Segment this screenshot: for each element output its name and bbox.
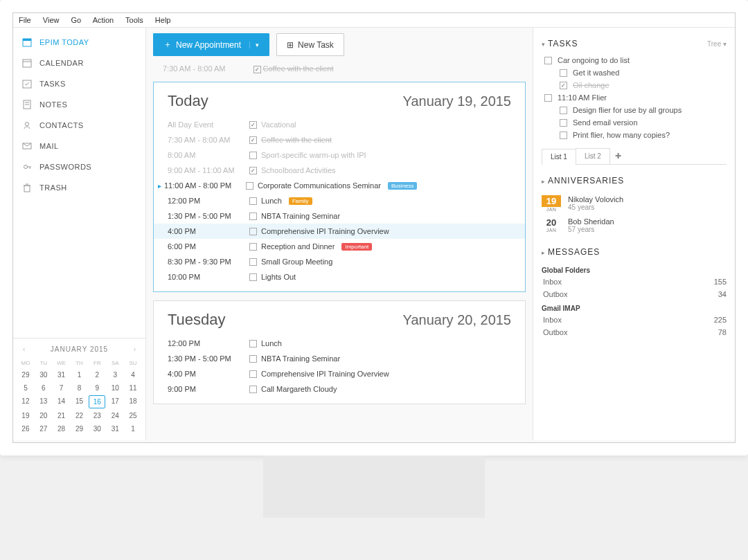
checkbox[interactable] <box>249 386 257 393</box>
agenda-row[interactable]: 8:30 PM - 9:30 PM Small Group Meeting <box>154 254 525 269</box>
calendar-day[interactable]: 15 <box>71 395 88 408</box>
calendar-day[interactable]: 28 <box>53 423 70 435</box>
calendar-day[interactable]: 17 <box>107 395 123 408</box>
calendar-day[interactable]: 30 <box>35 369 52 381</box>
agenda-row[interactable]: 9:00 PM Call Margareth Cloudy <box>154 381 525 397</box>
calendar-day[interactable]: 13 <box>35 395 52 408</box>
task-item[interactable]: Print flier, how many copies? <box>542 129 732 141</box>
nav-contacts[interactable]: CONTACTS <box>13 115 145 136</box>
calendar-day[interactable]: 25 <box>125 410 141 422</box>
nav-tasks[interactable]: TASKS <box>13 73 145 94</box>
calendar-day[interactable]: 7 <box>53 382 70 394</box>
collapse-icon[interactable]: ▸ <box>542 249 545 256</box>
nav-passwords[interactable]: PASSWORDS <box>13 156 145 177</box>
menu-view[interactable]: View <box>43 16 60 24</box>
agenda-row[interactable]: 4:00 PM Comprehensive IPI Training Overv… <box>154 366 525 381</box>
calendar-day[interactable]: 6 <box>35 382 52 394</box>
next-month[interactable]: › <box>131 345 139 353</box>
task-item[interactable]: Oil change <box>542 79 732 91</box>
calendar-day[interactable]: 20 <box>35 410 52 422</box>
checkbox[interactable] <box>249 167 257 174</box>
tasks-tree-toggle[interactable]: Tree ▾ <box>707 40 727 48</box>
checkbox[interactable] <box>249 340 257 347</box>
calendar-day[interactable]: 9 <box>89 382 105 394</box>
calendar-day[interactable]: 10 <box>107 382 123 394</box>
agenda-row[interactable]: All Day Event Vacational <box>154 117 525 132</box>
calendar-day[interactable]: 1 <box>125 423 141 435</box>
calendar-day[interactable]: 27 <box>35 423 52 435</box>
anniversary-row[interactable]: 20JAN Bob Sheridan57 years <box>542 215 732 236</box>
prev-month[interactable]: ‹ <box>20 345 28 353</box>
agenda-row[interactable]: 12:00 PM LunchFamily <box>154 193 525 208</box>
agenda-row[interactable]: 4:00 PM Comprehensive IPI Training Overv… <box>154 224 525 239</box>
calendar-day[interactable]: 18 <box>125 395 141 408</box>
calendar-day[interactable]: 26 <box>17 423 34 435</box>
calendar-day[interactable]: 3 <box>107 369 123 381</box>
new-task-button[interactable]: ⊞ New Task <box>276 33 344 56</box>
nav-trash[interactable]: TRASH <box>13 177 145 198</box>
checkbox[interactable] <box>249 243 257 251</box>
menu-help[interactable]: Help <box>155 16 171 24</box>
message-folder[interactable]: Inbox225 <box>542 314 732 326</box>
checkbox[interactable] <box>249 355 257 363</box>
agenda-row[interactable]: 1:30 PM - 5:00 PM NBTA Training Seminar <box>154 208 525 224</box>
message-group[interactable]: Global Folders <box>542 262 732 276</box>
calendar-day[interactable]: 5 <box>17 382 34 394</box>
calendar-day[interactable]: 12 <box>17 395 34 408</box>
checkbox[interactable] <box>249 370 257 378</box>
task-group[interactable]: Car ongoing to do list <box>542 54 732 66</box>
agenda-row[interactable]: 1:30 PM - 5:00 PM NBTA Training Seminar <box>154 351 525 366</box>
menu-tools[interactable]: Tools <box>125 16 143 24</box>
calendar-day[interactable]: 19 <box>17 410 34 422</box>
nav-notes[interactable]: NOTES <box>13 94 145 115</box>
calendar-day[interactable]: 31 <box>53 369 70 381</box>
checkbox[interactable] <box>249 213 257 220</box>
calendar-day[interactable]: 22 <box>71 410 88 422</box>
checkbox[interactable] <box>249 152 257 159</box>
task-item[interactable]: Get it washed <box>542 66 732 79</box>
checkbox[interactable] <box>560 82 567 89</box>
agenda-row[interactable]: 9:00 AM - 11:00 AM Schoolboard Activitie… <box>154 163 525 178</box>
agenda-row[interactable]: 10:00 PM Lights Out <box>154 269 525 284</box>
calendar-day[interactable]: 23 <box>89 410 105 422</box>
calendar-day[interactable]: 11 <box>125 382 141 394</box>
calendar-day[interactable]: 30 <box>89 423 105 435</box>
calendar-day[interactable]: 21 <box>53 410 70 422</box>
checkbox[interactable] <box>249 273 257 281</box>
message-folder[interactable]: Outbox34 <box>542 288 732 300</box>
collapse-icon[interactable]: ▸ <box>542 178 545 185</box>
checkbox[interactable] <box>544 57 552 64</box>
checkbox[interactable] <box>544 94 552 102</box>
agenda-row[interactable]: 8:00 AM Sport-specific warm-up with IPI <box>154 147 525 163</box>
agenda-row[interactable]: 6:00 PM Reception and DinnerImportant <box>154 239 525 254</box>
calendar-day[interactable]: 4 <box>125 369 141 381</box>
checkbox[interactable] <box>560 119 567 127</box>
task-item[interactable]: Design flier for use by all groups <box>542 104 732 116</box>
anniversary-row[interactable]: 19JAN Nikolay Volovich45 years <box>542 192 732 215</box>
checkbox[interactable] <box>249 228 257 235</box>
menu-file[interactable]: File <box>19 16 31 24</box>
message-folder[interactable]: Outbox78 <box>542 326 732 338</box>
calendar-day[interactable]: 8 <box>71 382 88 394</box>
task-tab-1[interactable]: List 1 <box>542 149 576 165</box>
checkbox[interactable] <box>560 132 567 139</box>
checkbox[interactable] <box>249 121 257 129</box>
nav-mail[interactable]: MAIL <box>13 136 145 156</box>
collapse-icon[interactable]: ▾ <box>542 41 545 48</box>
message-group[interactable]: Gmail IMAP <box>542 300 732 314</box>
task-group[interactable]: 11:10 AM Flier <box>542 91 732 104</box>
menu-go[interactable]: Go <box>71 16 82 24</box>
calendar-day[interactable]: 16 <box>89 395 105 408</box>
task-item[interactable]: Send email version <box>542 116 732 129</box>
checkbox[interactable] <box>249 136 257 144</box>
calendar-day[interactable]: 2 <box>89 369 105 381</box>
calendar-day[interactable]: 14 <box>53 395 70 408</box>
agenda-row[interactable]: 12:00 PM Lunch <box>154 336 525 351</box>
agenda-row[interactable]: 11:00 AM - 8:00 PM Corporate Communicati… <box>154 178 525 193</box>
calendar-day[interactable]: 1 <box>71 369 88 381</box>
new-appointment-button[interactable]: ＋ New Appointment ▾ <box>153 33 269 56</box>
calendar-day[interactable]: 24 <box>107 410 123 422</box>
add-tab-button[interactable]: ✚ <box>609 148 627 164</box>
calendar-day[interactable]: 31 <box>107 423 123 435</box>
checkbox[interactable] <box>246 182 253 190</box>
